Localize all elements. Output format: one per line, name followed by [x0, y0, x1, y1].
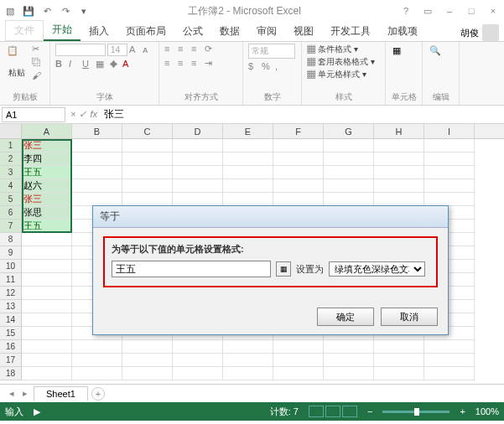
cell-E17[interactable] [223, 354, 273, 367]
italic-icon[interactable]: I [69, 59, 81, 70]
tab-home[interactable]: 开始 [44, 20, 81, 41]
cell-B18[interactable] [72, 367, 122, 380]
align-left-icon[interactable]: ≡ [164, 58, 176, 70]
cell-E18[interactable] [223, 367, 273, 380]
row-header-3[interactable]: 3 [0, 166, 22, 179]
cell-A17[interactable] [22, 354, 72, 367]
cell-A4[interactable]: 赵六 [22, 179, 72, 193]
cell-A8[interactable] [22, 233, 72, 246]
cell-G3[interactable] [324, 166, 374, 179]
cell-A9[interactable] [22, 246, 72, 260]
paste-button[interactable]: 📋 粘贴 [5, 44, 29, 80]
font-size-input[interactable] [107, 44, 127, 56]
zoom-out-icon[interactable]: − [367, 406, 372, 416]
maximize-icon[interactable]: □ [464, 4, 479, 18]
close-icon[interactable]: × [486, 4, 501, 18]
cell-H18[interactable] [374, 367, 424, 380]
ok-button[interactable]: 确定 [317, 308, 374, 326]
cell-I18[interactable] [424, 367, 475, 380]
cell-B1[interactable] [72, 139, 122, 153]
row-header-10[interactable]: 10 [0, 260, 22, 273]
avatar[interactable] [482, 24, 499, 41]
tab-formulas[interactable]: 公式 [174, 22, 211, 41]
tab-addins[interactable]: 加载项 [379, 22, 426, 41]
tab-insert[interactable]: 插入 [81, 22, 117, 41]
number-format-select[interactable]: 常规 [248, 44, 295, 59]
tab-developer[interactable]: 开发工具 [322, 22, 379, 41]
cell-F3[interactable] [273, 166, 324, 179]
align-top-icon[interactable]: ≡ [164, 44, 176, 55]
increase-font-icon[interactable]: A [129, 44, 141, 56]
sheet-nav-prev[interactable]: ◂ [7, 388, 17, 399]
view-pagebreak-icon[interactable] [342, 406, 357, 417]
formula-bar[interactable]: 张三 [101, 106, 504, 123]
cell-D17[interactable] [173, 354, 223, 367]
cell-I17[interactable] [424, 354, 475, 367]
cell-B2[interactable] [72, 153, 122, 166]
cell-A11[interactable] [22, 273, 72, 287]
orientation-icon[interactable]: ⟳ [205, 44, 216, 55]
cell-E3[interactable] [223, 166, 273, 179]
cell-C16[interactable] [122, 340, 173, 354]
indent-icon[interactable]: ⇥ [205, 58, 216, 70]
row-header-2[interactable]: 2 [0, 153, 22, 166]
col-header-C[interactable]: C [122, 124, 173, 138]
cell-F17[interactable] [273, 354, 324, 367]
cell-C18[interactable] [122, 367, 173, 380]
cell-H16[interactable] [374, 340, 424, 354]
cell-A3[interactable]: 王五 [22, 166, 72, 179]
cell-E5[interactable] [223, 193, 273, 206]
format-painter-icon[interactable]: 🖌 [32, 70, 44, 82]
cell-C17[interactable] [122, 354, 173, 367]
underline-icon[interactable]: U [82, 59, 94, 70]
cell-C4[interactable] [122, 179, 173, 193]
cell-D5[interactable] [173, 193, 223, 206]
row-header-13[interactable]: 13 [0, 300, 22, 313]
sheet-tab-1[interactable]: Sheet1 [34, 386, 88, 401]
cell-G5[interactable] [324, 193, 374, 206]
align-right-icon[interactable]: ≡ [191, 58, 203, 70]
zoom-level[interactable]: 100% [475, 406, 499, 416]
align-center-icon[interactable]: ≡ [178, 58, 190, 70]
user-area[interactable]: 胡俊 [460, 24, 504, 41]
copy-icon[interactable]: ⿻ [32, 57, 44, 69]
row-header-17[interactable]: 17 [0, 354, 22, 367]
cell-F4[interactable] [273, 179, 324, 193]
cell-H5[interactable] [374, 193, 424, 206]
cell-A16[interactable] [22, 340, 72, 354]
help-icon[interactable]: ? [398, 4, 413, 18]
cell-A10[interactable] [22, 260, 72, 273]
cell-C5[interactable] [122, 193, 173, 206]
row-header-6[interactable]: 6 [0, 206, 22, 220]
cell-C3[interactable] [122, 166, 173, 179]
undo-icon[interactable]: ↶ [40, 4, 54, 18]
cell-H1[interactable] [374, 139, 424, 153]
status-macro-icon[interactable]: ▶ [34, 406, 40, 417]
cell-style-button[interactable]: ▦ 单元格样式 ▾ [307, 69, 366, 80]
cell-G4[interactable] [324, 179, 374, 193]
cell-B3[interactable] [72, 166, 122, 179]
cell-B5[interactable] [72, 193, 122, 206]
font-color-icon[interactable]: A [122, 59, 134, 70]
tab-layout[interactable]: 页面布局 [117, 22, 174, 41]
cell-F18[interactable] [273, 367, 324, 380]
cell-H3[interactable] [374, 166, 424, 179]
row-header-11[interactable]: 11 [0, 273, 22, 287]
cell-A13[interactable] [22, 300, 72, 313]
cut-icon[interactable]: ✂ [32, 44, 44, 55]
cell-G1[interactable] [324, 139, 374, 153]
zoom-in-icon[interactable]: + [460, 406, 465, 416]
cell-A6[interactable]: 张思 [22, 206, 72, 220]
row-header-4[interactable]: 4 [0, 179, 22, 193]
qat-dropdown-icon[interactable]: ▾ [77, 4, 91, 18]
border-icon[interactable]: ▦ [96, 59, 107, 70]
tab-review[interactable]: 审阅 [248, 22, 285, 41]
cell-I5[interactable] [424, 193, 475, 206]
add-sheet-button[interactable]: + [91, 387, 105, 401]
sheet-nav-next[interactable]: ▸ [20, 388, 30, 399]
ribbon-options-icon[interactable]: ▭ [420, 4, 435, 18]
col-header-F[interactable]: F [273, 124, 324, 138]
cell-D3[interactable] [173, 166, 223, 179]
save-icon[interactable]: 💾 [22, 4, 35, 18]
cell-A18[interactable] [22, 367, 72, 380]
